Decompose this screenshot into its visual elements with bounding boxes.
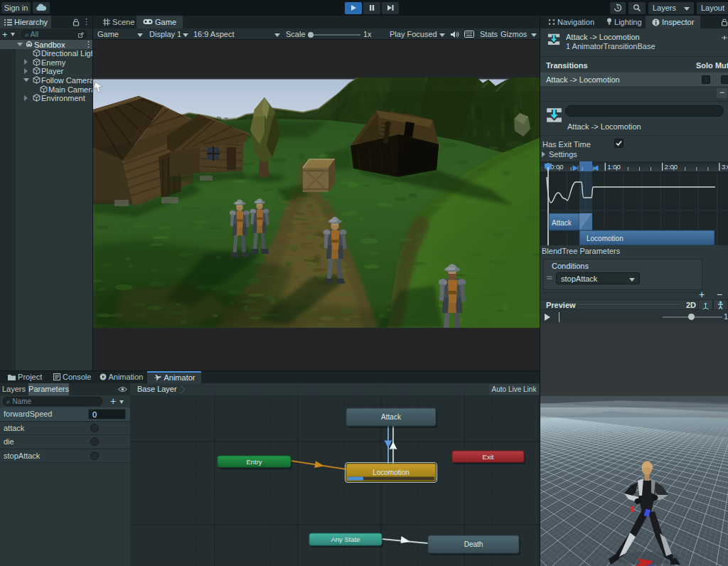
svg-text:1:00: 1:00: [607, 163, 621, 171]
svg-text:Any State: Any State: [331, 535, 360, 543]
svg-text:Attack: Attack: [381, 413, 402, 421]
svg-text:Entry: Entry: [246, 458, 262, 466]
svg-text:Attack: Attack: [552, 219, 572, 227]
svg-text:Death: Death: [464, 540, 483, 548]
svg-text:Locomotion: Locomotion: [373, 469, 410, 476]
svg-text:Locomotion: Locomotion: [587, 235, 623, 242]
svg-text:2:00: 2:00: [665, 163, 678, 171]
svg-text:0:00: 0:00: [550, 163, 564, 171]
svg-text:3:00: 3:00: [722, 163, 728, 171]
svg-text:Exit: Exit: [483, 453, 494, 461]
